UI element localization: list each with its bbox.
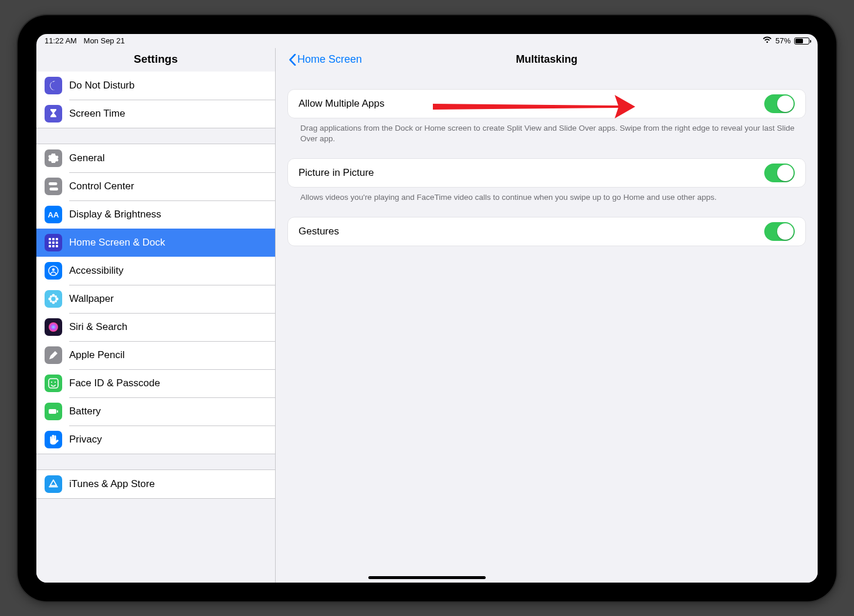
status-right: 57% <box>762 36 809 45</box>
toggle-switch-gestures[interactable] <box>764 222 795 241</box>
svg-point-21 <box>55 295 57 298</box>
svg-point-27 <box>51 381 52 382</box>
svg-point-1 <box>55 182 57 185</box>
svg-point-15 <box>52 268 55 271</box>
sidebar-item-label: Home Screen & Dock <box>69 237 267 249</box>
gear-icon <box>45 149 62 167</box>
svg-rect-6 <box>52 238 55 240</box>
toggle-knob <box>777 223 794 240</box>
batt-icon <box>45 403 62 420</box>
svg-rect-29 <box>49 409 56 414</box>
svg-rect-8 <box>49 241 51 244</box>
ipad-device-frame: 11:22 AM Mon Sep 21 57% Settings Do Not … <box>18 15 836 601</box>
setting-footer-allow-multiple-apps: Drag applications from the Dock or Home … <box>287 118 806 158</box>
flower-icon <box>45 290 62 308</box>
sidebar-item-dnd[interactable]: Do Not Disturb <box>36 72 275 100</box>
wifi-icon <box>762 36 772 45</box>
detail-body: Allow Multiple AppsDrag applications fro… <box>276 72 818 583</box>
svg-point-19 <box>56 297 59 300</box>
toggle-switch-allow-multiple-apps[interactable] <box>764 94 795 113</box>
svg-point-20 <box>50 295 52 298</box>
sidebar-item-homescreen[interactable]: Home Screen & Dock <box>36 229 275 257</box>
battery-icon <box>794 38 809 45</box>
face-icon <box>45 375 62 392</box>
home-indicator <box>368 576 486 579</box>
sidebar-item-label: Apple Pencil <box>69 349 267 361</box>
status-bar: 11:22 AM Mon Sep 21 57% <box>36 34 818 48</box>
svg-point-3 <box>50 188 53 190</box>
sidebar-item-faceid[interactable]: Face ID & Passcode <box>36 369 275 397</box>
grid-icon <box>45 234 62 251</box>
siri-icon <box>45 318 62 336</box>
sidebar-item-label: Battery <box>69 406 267 417</box>
sidebar-group: iTunes & App Store <box>36 469 275 499</box>
sidebar-item-label: Control Center <box>69 181 267 192</box>
svg-point-28 <box>55 381 56 382</box>
svg-point-23 <box>55 300 57 302</box>
setting-card-pip: Picture in Picture <box>287 158 806 188</box>
sidebar-item-label: Accessibility <box>69 265 267 277</box>
toggle-label: Allow Multiple Apps <box>299 98 384 110</box>
svg-text:AA: AA <box>48 210 59 219</box>
svg-rect-9 <box>52 241 55 244</box>
svg-point-22 <box>50 300 52 302</box>
sidebar-group: Do Not DisturbScreen Time <box>36 72 275 128</box>
detail-header: Home Screen Multitasking <box>276 48 818 72</box>
back-button[interactable]: Home Screen <box>289 53 362 66</box>
toggle-row-pip: Picture in Picture <box>288 159 805 187</box>
sidebar-item-general[interactable]: General <box>36 144 275 172</box>
hourglass-icon <box>45 105 62 122</box>
svg-point-25 <box>49 322 58 332</box>
sidebar-item-label: iTunes & App Store <box>69 478 267 490</box>
setting-card-gestures: Gestures <box>287 217 806 246</box>
hand-icon <box>45 431 62 448</box>
sidebar-item-label: Privacy <box>69 434 267 445</box>
toggle-label: Picture in Picture <box>299 167 374 179</box>
status-left: 11:22 AM Mon Sep 21 <box>45 36 130 45</box>
appstore-icon <box>45 475 62 493</box>
sidebar-item-screentime[interactable]: Screen Time <box>36 100 275 128</box>
sidebar-item-battery[interactable]: Battery <box>36 397 275 426</box>
svg-rect-12 <box>52 245 55 247</box>
sidebar-item-siri[interactable]: Siri & Search <box>36 313 275 341</box>
battery-percent: 57% <box>775 36 791 45</box>
setting-footer-pip: Allows videos you're playing and FaceTim… <box>287 188 806 217</box>
sidebar-item-label: Screen Time <box>69 108 267 120</box>
back-label: Home Screen <box>297 53 362 66</box>
sidebar-item-privacy[interactable]: Privacy <box>36 426 275 454</box>
sidebar-item-label: Siri & Search <box>69 321 267 333</box>
svg-rect-7 <box>56 238 58 240</box>
sidebar-item-label: Face ID & Passcode <box>69 377 267 389</box>
sidebar-list[interactable]: Do Not DisturbScreen TimeGeneralControl … <box>36 72 275 583</box>
toggle-row-allow-multiple-apps: Allow Multiple Apps <box>288 90 805 118</box>
toggle-label: Gestures <box>299 226 339 237</box>
sidebar-item-display[interactable]: AADisplay & Brightness <box>36 200 275 229</box>
sidebar-item-accessibility[interactable]: Accessibility <box>36 257 275 285</box>
toggle-switch-pip[interactable] <box>764 164 795 182</box>
chevron-left-icon <box>289 54 296 66</box>
split-view: Settings Do Not DisturbScreen TimeGenera… <box>36 48 818 583</box>
sidebar-group: GeneralControl CenterAADisplay & Brightn… <box>36 144 275 454</box>
svg-point-18 <box>49 297 52 300</box>
person-icon <box>45 262 62 280</box>
svg-point-16 <box>52 294 55 297</box>
detail-pane: Home Screen Multitasking Allow Multiple … <box>276 48 818 583</box>
svg-rect-10 <box>56 241 58 244</box>
svg-rect-11 <box>49 245 51 247</box>
sidebar-item-controlcenter[interactable]: Control Center <box>36 172 275 200</box>
sidebar-item-itunes[interactable]: iTunes & App Store <box>36 470 275 498</box>
svg-rect-30 <box>57 410 58 413</box>
sidebar-item-applepencil[interactable]: Apple Pencil <box>36 341 275 369</box>
setting-card-allow-multiple-apps: Allow Multiple Apps <box>287 89 806 118</box>
svg-point-17 <box>52 301 55 304</box>
toggle-knob <box>777 165 794 181</box>
toggle-row-gestures: Gestures <box>288 217 805 246</box>
status-date: Mon Sep 21 <box>84 36 125 45</box>
sidebar-item-label: General <box>69 152 267 164</box>
sidebar-item-wallpaper[interactable]: Wallpaper <box>36 285 275 313</box>
svg-rect-5 <box>49 238 51 240</box>
settings-sidebar: Settings Do Not DisturbScreen TimeGenera… <box>36 48 276 583</box>
status-time: 11:22 AM <box>45 36 77 45</box>
moon-icon <box>45 77 62 94</box>
pencil-icon <box>45 346 62 364</box>
